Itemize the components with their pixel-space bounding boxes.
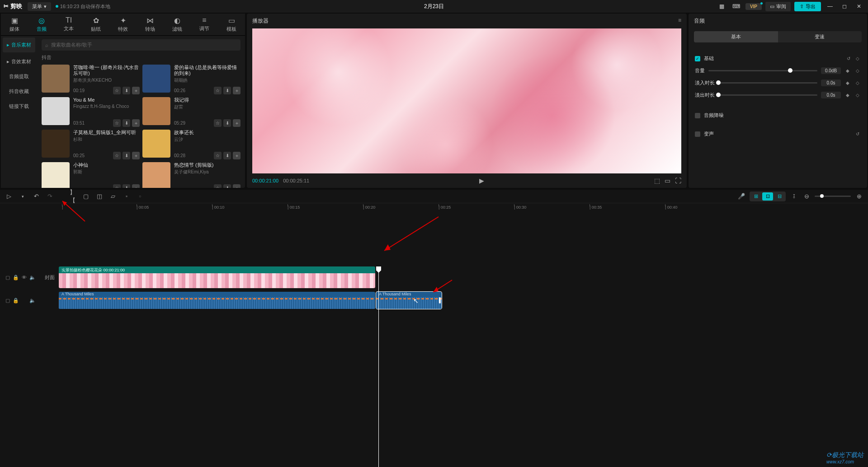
add-button[interactable]: ＋ (233, 152, 241, 159)
audio-track-mute-icon[interactable]: 🔈 (29, 298, 36, 304)
add-button[interactable]: ＋ (132, 119, 140, 127)
video-clip[interactable]: 实景拍摄粉色樱花花朵 00:00:21:00 (59, 266, 375, 288)
favorite-button[interactable]: ☆ (214, 87, 222, 94)
fadeout-stepper[interactable]: ◆ (844, 92, 851, 98)
crop-tool[interactable]: ◫ (95, 193, 104, 200)
track-eye-icon[interactable]: 👁 (22, 275, 27, 280)
layout-icon[interactable]: ▦ (717, 1, 727, 12)
voicechange-checkbox[interactable] (695, 131, 700, 137)
add-button[interactable]: ＋ (132, 184, 140, 188)
music-card[interactable]: 苦咖啡·唯一 (那奇片段-汽水音乐可听)那奇沃夫/KKECHO00:19☆⬇＋ (42, 65, 140, 94)
audio-track-lock-icon[interactable]: 🔒 (13, 298, 19, 304)
add-button[interactable]: ＋ (132, 152, 140, 159)
audio-track-hide-icon[interactable]: ▢ (5, 298, 10, 304)
add-button[interactable]: ＋ (132, 87, 140, 94)
track-mute-icon[interactable]: 🔈 (29, 275, 36, 280)
zoom-out-icon[interactable]: ⊖ (802, 193, 811, 200)
select-tool[interactable]: ▷ (5, 193, 14, 200)
add-button[interactable]: ＋ (233, 119, 241, 127)
align-icon[interactable]: ⫱ (789, 193, 798, 200)
redo-button[interactable]: ↷ (45, 193, 54, 200)
top-tab-贴纸[interactable]: ✿贴纸 (82, 14, 109, 35)
side-nav-item[interactable]: ▸ 音效素材 (1, 54, 37, 69)
freeze-tool[interactable]: ▪ (122, 193, 131, 200)
side-nav-item[interactable]: ▸ 音乐素材 (3, 37, 35, 52)
menu-button[interactable]: 菜单 ▾ (28, 2, 51, 11)
mic-icon[interactable]: 🎤 (737, 193, 746, 200)
ratio-icon[interactable]: ▭ (665, 177, 670, 184)
music-card[interactable]: 小神仙郭斯☆⬇＋ (42, 162, 140, 188)
music-card[interactable]: You & MeFingazz ft.H-Slang & Choco03:51☆… (42, 97, 140, 127)
snap-on-button[interactable]: ⊞ (750, 192, 761, 201)
download-button[interactable]: ⬇ (223, 87, 231, 94)
zoom-slider[interactable] (815, 196, 851, 197)
music-card[interactable]: 我记得赵雷05:29☆⬇＋ (142, 97, 241, 127)
reset-icon[interactable]: ↺ (845, 56, 852, 62)
favorite-button[interactable]: ☆ (214, 119, 222, 127)
download-button[interactable]: ⬇ (123, 184, 130, 188)
snap-off-button[interactable]: ⊟ (774, 192, 785, 201)
reverse-tool[interactable]: ▫ (136, 193, 145, 200)
volume-stepper[interactable]: ◆ (844, 68, 851, 74)
favorite-button[interactable]: ☆ (214, 184, 222, 188)
scan-icon[interactable]: ⬚ (654, 177, 660, 184)
download-button[interactable]: ⬇ (223, 119, 231, 127)
top-tab-音频[interactable]: ◎音频 (28, 14, 55, 35)
side-nav-item[interactable]: 抖音收藏 (1, 84, 37, 99)
play-button[interactable]: ▶ (479, 177, 484, 184)
undo-button[interactable]: ↶ (32, 193, 41, 200)
favorite-button[interactable]: ☆ (113, 87, 121, 94)
vip-badge[interactable]: VIP (745, 3, 762, 10)
maximize-icon[interactable]: ◻ (839, 1, 850, 12)
fadeout-value[interactable]: 0.0s (821, 92, 841, 98)
top-tab-调节[interactable]: ≡调节 (191, 14, 218, 35)
minimize-icon[interactable]: — (825, 1, 835, 12)
download-button[interactable]: ⬇ (123, 119, 130, 127)
snap-mid-button[interactable]: ⊡ (762, 192, 773, 201)
track-hide-icon[interactable]: ▢ (5, 275, 10, 280)
tab-speed[interactable]: 变速 (778, 31, 862, 42)
player-menu-icon[interactable]: ≡ (678, 17, 681, 25)
favorite-button[interactable]: ☆ (113, 184, 121, 188)
close-icon[interactable]: ✕ (854, 1, 864, 12)
top-tab-媒体[interactable]: ▣媒体 (1, 14, 28, 35)
denoise-checkbox[interactable] (695, 113, 700, 118)
video-preview[interactable] (252, 28, 681, 173)
zoom-fit-icon[interactable]: ⊕ (854, 193, 863, 200)
top-tab-文本[interactable]: TI文本 (55, 14, 82, 35)
audio-clip-1[interactable]: A Thousand Miles (59, 292, 375, 309)
cover-label[interactable]: 封面 (41, 274, 59, 281)
music-card[interactable]: 子莫格尼_剪辑版1_全网可听杉和00:25☆⬇＋ (42, 130, 140, 159)
fullscreen-icon[interactable]: ⛶ (675, 177, 681, 184)
volume-keyframe-icon[interactable]: ◇ (854, 68, 861, 74)
top-tab-模板[interactable]: ▭模板 (218, 14, 245, 35)
music-card[interactable]: 热恋情节 (剪辑版)吴子健REmi,Kiya☆⬇＋ (142, 162, 241, 188)
add-button[interactable]: ＋ (233, 87, 241, 94)
music-card[interactable]: 故事还长云汐00:28☆⬇＋ (142, 130, 241, 159)
fadeout-slider[interactable] (718, 94, 817, 96)
volume-slider[interactable] (708, 70, 817, 71)
basic-checkbox[interactable]: ✓ (695, 56, 700, 61)
favorite-button[interactable]: ☆ (214, 152, 222, 159)
keyframe-icon[interactable]: ◇ (854, 56, 861, 62)
tab-basic[interactable]: 基本 (694, 31, 778, 42)
tool-dropdown[interactable]: ▾ (18, 194, 27, 199)
fadeout-keyframe-icon[interactable]: ◇ (854, 92, 861, 98)
voicechange-reset-icon[interactable]: ↺ (854, 131, 861, 137)
search-input[interactable]: ⌕搜索歌曲名称/歌手 (42, 39, 241, 51)
side-nav-item[interactable]: 链接下载 (1, 99, 37, 114)
download-button[interactable]: ⬇ (123, 87, 130, 94)
download-button[interactable]: ⬇ (223, 184, 231, 188)
track-lock-icon[interactable]: 🔒 (13, 275, 19, 280)
top-tab-滤镜[interactable]: ◐滤镜 (164, 14, 191, 35)
fadein-value[interactable]: 0.0s (821, 79, 841, 86)
download-button[interactable]: ⬇ (123, 152, 130, 159)
fadein-stepper[interactable]: ◆ (844, 80, 851, 86)
playhead[interactable] (378, 266, 379, 467)
side-nav-item[interactable]: 音频提取 (1, 69, 37, 84)
fadein-keyframe-icon[interactable]: ◇ (854, 80, 861, 86)
top-tab-转场[interactable]: ⋈转场 (137, 14, 164, 35)
download-button[interactable]: ⬇ (223, 152, 231, 159)
top-tab-特效[interactable]: ✦特效 (109, 14, 137, 35)
export-button[interactable]: ⇧ 导出 (794, 2, 821, 11)
